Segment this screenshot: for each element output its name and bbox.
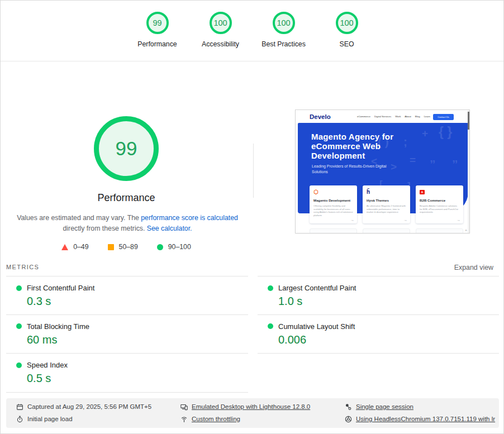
site-card-hyva: ȟ Hyvä Themes An alternative Magento 2 f…: [363, 185, 410, 223]
gauge-performance-label: Performance: [137, 40, 177, 48]
score-legend: 0–49 50–89 90–100: [1, 243, 252, 251]
site-card-title: Hyvä Themes: [367, 198, 389, 202]
site-card-partial: [310, 228, 357, 233]
plus-glyph: +: [465, 228, 467, 232]
expand-view-button[interactable]: Expand view: [454, 264, 493, 271]
site-nav-item: eCommerce: [357, 115, 370, 118]
pass-dot-icon: [268, 323, 273, 329]
metric-value: 0.5 s: [27, 372, 248, 385]
gauge-seo[interactable]: 100 SEO: [315, 12, 378, 48]
score-gauges: 99 Performance 100 Accessibility 100 Bes…: [1, 12, 503, 48]
metric-total-blocking-time: Total Blocking Time 60 ms: [6, 315, 248, 354]
fail-triangle-icon: [61, 244, 68, 250]
gauge-performance[interactable]: 99 Performance: [126, 12, 189, 48]
legend-pass: 90–100: [157, 243, 191, 251]
gauge-best-practices-score: 100: [273, 12, 295, 34]
session-info: Single page session: [345, 403, 495, 411]
disclaimer-text-2: directly from these metrics.: [63, 225, 146, 232]
legend-pass-range: 90–100: [168, 243, 191, 251]
throttling-icon: [180, 416, 188, 423]
metric-cumulative-layout-shift: Cumulative Layout Shift 0.006: [258, 315, 499, 354]
metric-name: Total Blocking Time: [27, 322, 89, 331]
site-card-desc: Bespoke Adobe Commerce solutions for B2B…: [420, 204, 459, 214]
gauge-best-practices-label: Best Practices: [261, 40, 306, 48]
footer-column-environment: Emulated Desktop with Lighthouse 12.8.0 …: [180, 403, 310, 423]
lighthouse-report: 99 Performance 100 Accessibility 100 Bes…: [0, 0, 504, 434]
gauge-seo-score: 100: [336, 12, 358, 34]
site-card-desc: Offering complete flexibility and scalab…: [313, 204, 353, 217]
arrow-icon: →: [457, 218, 460, 222]
site-hero-title: Magento Agency for eCommerce Web Develop…: [311, 132, 417, 160]
calculation-link[interactable]: performance score is calculated: [141, 214, 238, 222]
code-pattern-glyph: ”: [430, 158, 436, 171]
gauge-accessibility[interactable]: 100 Accessibility: [189, 12, 252, 48]
legend-average: 50–89: [108, 243, 138, 251]
session-link[interactable]: Single page session: [356, 403, 413, 410]
adobe-icon: A: [420, 190, 425, 194]
metric-value: 0.006: [278, 333, 499, 346]
see-calculator-link[interactable]: See calculator.: [147, 225, 192, 232]
gauge-accessibility-score: 100: [210, 12, 232, 34]
footer-column-capture: Captured at Aug 29, 2025, 5:56 PM GMT+5 …: [16, 403, 151, 423]
session-icon: [345, 403, 352, 411]
gauge-seo-label: SEO: [340, 40, 354, 48]
site-nav-item: Learn: [424, 115, 430, 118]
emulation-info: Emulated Desktop with Lighthouse 12.8.0: [180, 403, 310, 411]
site-nav-item: Work: [395, 115, 401, 118]
magento-icon: ⬡: [313, 189, 318, 195]
throttling-info: Custom throttling: [180, 415, 310, 423]
site-card-partial: [416, 228, 463, 233]
gauge-best-practices[interactable]: 100 Best Practices: [252, 12, 315, 48]
report-meta-footer: Captured at Aug 29, 2025, 5:56 PM GMT+5 …: [6, 398, 499, 428]
site-nav-item: Blog: [415, 115, 420, 118]
site-card-partial: [363, 228, 410, 233]
metric-name: First Contentful Paint: [27, 284, 94, 292]
thumbnail-scrollbar-thumb: [468, 112, 469, 130]
metric-name: Cumulative Layout Shift: [278, 322, 355, 331]
arrow-icon: →: [403, 218, 407, 222]
device-icon: [180, 403, 188, 411]
calendar-icon: [16, 403, 23, 411]
metrics-column-right: Largest Contentful Paint 1.0 s Cumulativ…: [258, 276, 499, 354]
site-card-title: B2B Commerce: [420, 198, 445, 202]
site-nav: eCommerce Digital Services Work About Bl…: [357, 115, 430, 118]
initial-page-load-text: Initial page load: [27, 416, 73, 422]
metric-value: 60 ms: [27, 333, 248, 346]
initial-page-load: Initial page load: [16, 415, 151, 423]
site-contact-button: Contact Us: [433, 114, 454, 120]
metric-value: 1.0 s: [278, 295, 499, 308]
stopwatch-icon: [16, 416, 23, 423]
captured-at-text: Captured at Aug 29, 2025, 5:56 PM GMT+5: [27, 403, 151, 410]
footer-column-session: Single page session Using HeadlessChromi…: [345, 403, 495, 423]
code-pattern-glyph: { }: [439, 125, 452, 140]
site-nav-item: About: [405, 115, 411, 118]
score-summary-band: 99 Performance 100 Accessibility 100 Bes…: [1, 1, 503, 61]
pass-dot-icon: [16, 285, 22, 291]
gauge-accessibility-label: Accessibility: [202, 40, 239, 48]
hyva-icon: ȟ: [367, 189, 370, 195]
performance-score-value: 99: [116, 137, 137, 160]
arrow-icon: →: [350, 218, 354, 222]
code-pattern-glyph: +: [422, 127, 428, 140]
performance-score-gauge: 99: [94, 116, 159, 181]
disclaimer-text-1: Values are estimated and may vary. The: [17, 214, 141, 222]
legend-average-range: 50–89: [119, 243, 138, 251]
browser-link[interactable]: Using HeadlessChromium 137.0.7151.119 wi…: [356, 416, 495, 422]
pass-dot-icon: [268, 285, 273, 291]
site-card-magento: ⬡ Magento Development Offering complete …: [310, 185, 357, 223]
page-screenshot-thumbnail: Develo eCommerce Digital Services Work A…: [295, 109, 470, 233]
site-card-b2b: A B2B Commerce Bespoke Adobe Commerce so…: [416, 185, 463, 223]
metrics-column-left: First Contentful Paint 0.3 s Total Block…: [6, 276, 248, 393]
metric-speed-index: Speed Index 0.5 s: [6, 354, 248, 393]
metric-name: Largest Contentful Paint: [278, 284, 356, 292]
summary-divider: [253, 144, 254, 198]
throttling-link[interactable]: Custom throttling: [192, 416, 240, 422]
emulation-link[interactable]: Emulated Desktop with Lighthouse 12.8.0: [192, 403, 310, 410]
metric-value: 0.3 s: [27, 295, 248, 308]
metrics-section-label: METRICS: [6, 264, 39, 270]
site-hero-subtitle: Leading Providers of Results-Driven Digi…: [312, 164, 387, 174]
site-card-title: Magento Development: [313, 198, 350, 202]
gauge-performance-score: 99: [146, 12, 169, 34]
metric-name: Speed Index: [27, 361, 68, 369]
site-logo: Develo: [310, 113, 331, 120]
